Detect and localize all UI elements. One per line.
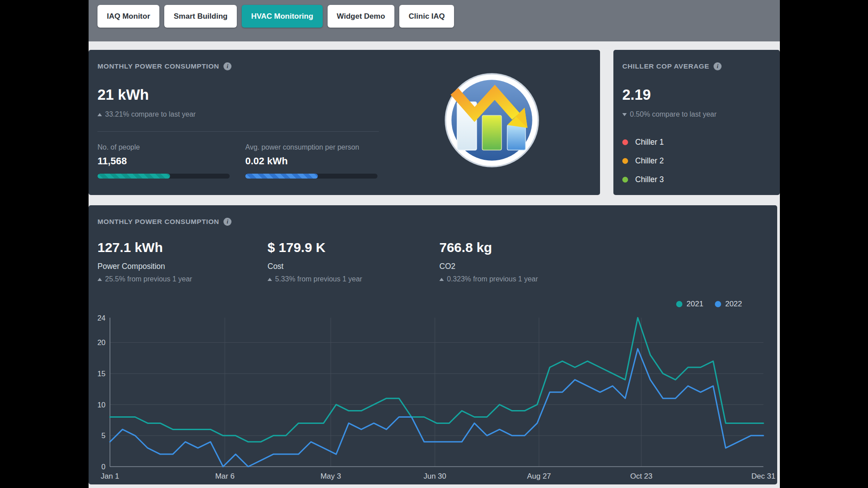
tab-smart-building[interactable]: Smart Building [164,5,237,28]
x-tick-label: Mar 6 [215,472,234,480]
y-tick-label: 0 [101,463,105,471]
card-title: MONTHLY POWER CONSUMPTION [97,218,219,226]
y-tick-label: 5 [101,431,105,439]
series-line-2022 [110,349,763,467]
chiller-legend-item-chiller-3: Chiller 3 [622,173,664,186]
tab-hvac-monitoring[interactable]: HVAC Monitoring [242,5,322,28]
info-icon[interactable]: i [714,62,722,70]
detail-stat-change: 0.323% from previous 1 year [439,275,538,283]
card-title-row: MONTHLY POWER CONSUMPTION i [97,218,231,226]
detail-stat-label: Cost [268,262,362,271]
tab-clinic-iaq[interactable]: Clinic IAQ [399,5,454,28]
detail-stat-value: 766.8 kg [439,240,538,255]
card-title-row: MONTHLY POWER CONSUMPTION i [97,62,231,70]
progress-bar-fill [245,174,318,179]
trend-down-icon [622,113,627,116]
x-tick-label: Aug 27 [527,472,551,480]
detail-stat-label: CO2 [439,262,538,271]
tab-iaq-monitor[interactable]: IAQ Monitor [97,5,159,28]
detail-stat-value: 127.1 kWh [97,240,192,255]
power-consumption-chart: 0510152024Jan 1Mar 6May 3Jun 30Aug 27Oct… [89,303,777,484]
card-title: MONTHLY POWER CONSUMPTION [97,62,219,70]
detail-stat-value: $ 179.9 K [268,240,362,255]
trend-up-icon [97,113,102,116]
divider [97,131,379,132]
progress-bar [245,174,377,179]
y-tick-label: 20 [97,338,105,346]
chiller-change-text: 0.50% compare to last year [630,110,717,118]
progress-bar-fill [97,174,170,179]
chiller-cop-card: CHILLER COP AVERAGE i 2.19 0.50% compare… [613,50,780,195]
mini-stat-label: Avg. power consumption per person [245,143,393,151]
info-icon[interactable]: i [223,62,231,70]
power-change-text: 33.21% compare to last year [105,110,196,118]
monthly-power-summary-card: MONTHLY POWER CONSUMPTION i 21 kWh 33.21… [89,50,600,195]
mini-stats: No. of people11,568Avg. power consumptio… [97,143,393,179]
chiller-legend-label: Chiller 1 [635,138,664,147]
mini-stat-avg-power-consumption-per-person: Avg. power consumption per person0.02 kW… [245,143,393,179]
legend-dot-icon [622,177,628,183]
trend-up-icon [97,278,102,281]
chiller-legend-item-chiller-2: Chiller 2 [622,154,664,167]
detail-stat-co2: 766.8 kgCO20.323% from previous 1 year [439,240,538,283]
card-title: CHILLER COP AVERAGE [622,62,709,70]
detail-stat-change: 25.5% from previous 1 year [97,275,192,283]
x-tick-label: May 3 [320,472,341,480]
x-tick-label: Jan 1 [101,472,119,480]
detail-stat-label: Power Composition [97,262,192,271]
x-tick-label: Jun 30 [423,472,446,480]
legend-dot-icon [622,139,628,145]
bar-chart-decline-icon [444,72,540,168]
chiller-cop-value: 2.19 [622,86,651,103]
y-tick-label: 10 [97,401,105,409]
detail-stat-power-composition: 127.1 kWhPower Composition25.5% from pre… [97,240,192,283]
detail-stat-change: 5.33% from previous 1 year [268,275,362,283]
tab-bar: IAQ MonitorSmart BuildingHVAC Monitoring… [89,0,780,41]
detail-change-text: 0.323% from previous 1 year [447,275,538,283]
mini-stat-value: 11,568 [97,155,245,167]
chiller-legend: Chiller 1Chiller 2Chiller 3 [622,135,664,191]
detail-change-text: 5.33% from previous 1 year [275,275,362,283]
chiller-legend-item-chiller-1: Chiller 1 [622,135,664,149]
mini-stat-no-of-people: No. of people11,568 [97,143,245,179]
x-tick-label: Oct 23 [630,472,653,480]
trend-up-icon [439,278,444,281]
chiller-legend-label: Chiller 3 [635,175,664,184]
progress-bar [97,174,230,179]
tab-widget-demo[interactable]: Widget Demo [328,5,394,28]
detail-stat-cost: $ 179.9 KCost5.33% from previous 1 year [268,240,362,283]
chiller-legend-label: Chiller 2 [635,156,664,166]
power-value: 21 kWh [97,86,149,103]
app-content: IAQ MonitorSmart BuildingHVAC Monitoring… [89,0,780,488]
chiller-change-row: 0.50% compare to last year [622,110,717,118]
legend-dot-icon [622,158,628,164]
y-tick-label: 24 [97,314,105,322]
card-title-row: CHILLER COP AVERAGE i [622,62,722,70]
detail-change-text: 25.5% from previous 1 year [105,275,192,283]
mini-stat-value: 0.02 kWh [245,155,393,167]
trend-up-icon [268,278,272,281]
y-tick-label: 15 [97,370,105,378]
series-line-2021 [110,318,763,442]
screen: IAQ MonitorSmart BuildingHVAC Monitoring… [0,0,868,488]
info-icon[interactable]: i [223,218,231,226]
x-tick-label: Dec 31 [751,472,775,480]
mini-stat-label: No. of people [97,143,245,151]
monthly-power-detail-card: MONTHLY POWER CONSUMPTION i 127.1 kWhPow… [89,205,777,484]
power-change-row: 33.21% compare to last year [97,110,196,118]
